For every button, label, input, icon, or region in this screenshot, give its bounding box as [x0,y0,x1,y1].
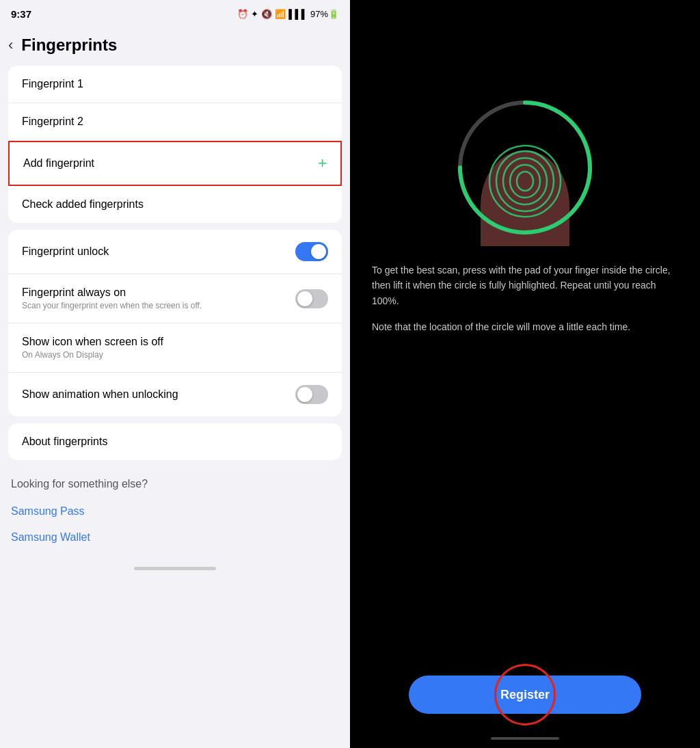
battery-label: 97%🔋 [310,9,339,19]
show-animation-label: Show animation when unlocking [22,388,178,401]
samsung-wallet-link[interactable]: Samsung Wallet [11,524,339,550]
fingerprint-list-card: Fingerprint 1 Fingerprint 2 Add fingerpr… [8,66,342,223]
status-time: 9:37 [11,8,31,20]
bottom-handle [134,567,216,570]
register-button-label: Register [500,688,550,702]
show-icon-item[interactable]: Show icon when screen is off On Always O… [8,323,342,373]
fingerprint-always-on-toggle[interactable] [295,289,328,308]
add-fingerprint-item[interactable]: Add fingerprint + [8,141,342,186]
toggle-settings-card: Fingerprint unlock Fingerprint always on… [8,230,342,416]
toggle-knob-3 [297,387,312,402]
fingerprint-always-on-subtitle: Scan your fingerprint even when the scre… [22,301,202,310]
fingerprint-2-item[interactable]: Fingerprint 2 [8,103,342,141]
toggle-knob-2 [297,291,312,306]
samsung-pass-link[interactable]: Samsung Pass [11,498,339,524]
wifi-icon: 📶 [275,9,286,19]
register-btn-container: Register [350,676,700,714]
fingerprint-unlock-toggle[interactable] [295,242,328,261]
settings-content: Fingerprint 1 Fingerprint 2 Add fingerpr… [0,66,350,748]
signal-icon: ▌▌▌ [288,9,308,19]
about-fingerprints-label: About fingerprints [22,436,107,448]
show-icon-label: Show icon when screen is off [22,336,163,348]
right-bottom-handle [491,737,559,740]
fingerprint-1-item[interactable]: Fingerprint 1 [8,66,342,103]
fingerprint-1-label: Fingerprint 1 [22,78,83,90]
right-status-bar [350,0,700,27]
fingerprint-unlock-item[interactable]: Fingerprint unlock [8,230,342,274]
status-bar: 9:37 ⏰ ✦ 🔇 📶 ▌▌▌ 97%🔋 [0,0,350,27]
page-title: Fingerprints [21,36,117,55]
fingerprint-svg [443,68,607,246]
instruction-line-2: Note that the location of the circle wil… [372,319,678,334]
toggle-knob [311,244,326,259]
show-icon-stack: Show icon when screen is off On Always O… [22,336,163,360]
add-fingerprint-label: Add fingerprint [23,157,94,170]
looking-section: Looking for something else? Samsung Pass… [8,467,342,553]
looking-title: Looking for something else? [11,478,339,490]
mute-icon: 🔇 [261,9,272,19]
show-icon-subtitle: On Always On Display [22,350,163,360]
fingerprint-always-on-stack: Fingerprint always on Scan your fingerpr… [22,286,202,310]
check-fingerprints-label: Check added fingerprints [22,198,144,211]
about-fingerprints-card: About fingerprints [8,423,342,460]
right-panel: To get the best scan, press with the pad… [350,0,700,748]
show-animation-item[interactable]: Show animation when unlocking [8,373,342,416]
register-button[interactable]: Register [409,676,641,714]
left-panel: 9:37 ⏰ ✦ 🔇 📶 ▌▌▌ 97%🔋 ‹ Fingerprints Fin… [0,0,350,748]
page-header: ‹ Fingerprints [0,27,350,66]
instructions-text: To get the best scan, press with the pad… [350,246,700,335]
status-icons: ⏰ ✦ 🔇 📶 ▌▌▌ 97%🔋 [237,9,339,19]
show-animation-toggle[interactable] [295,385,328,404]
fingerprint-always-on-item[interactable]: Fingerprint always on Scan your fingerpr… [8,274,342,323]
fingerprint-always-on-label: Fingerprint always on [22,286,202,299]
plus-icon: + [318,155,327,172]
instruction-line-1: To get the best scan, press with the pad… [372,263,678,308]
bluetooth-icon: ✦ [251,9,258,19]
fingerprint-unlock-label: Fingerprint unlock [22,245,109,258]
back-button[interactable]: ‹ [8,36,13,54]
fingerprint-illustration [443,68,607,246]
alarm-icon: ⏰ [237,9,248,19]
fingerprint-2-label: Fingerprint 2 [22,116,83,128]
check-fingerprints-item[interactable]: Check added fingerprints [8,186,342,223]
about-fingerprints-item[interactable]: About fingerprints [8,423,342,460]
